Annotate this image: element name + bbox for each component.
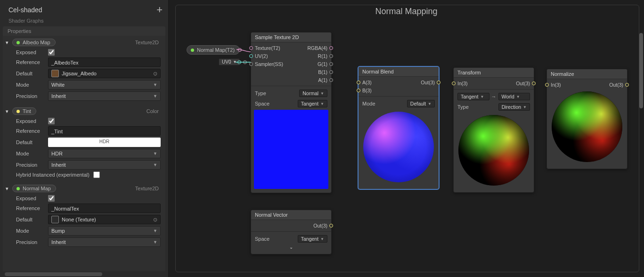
property-name: Normal Map [23, 186, 51, 191]
property-pill[interactable]: Albedo Map [12, 39, 56, 46]
default-texture-picker[interactable]: None (Texture) ⊙ [48, 215, 161, 224]
input-socket[interactable] [545, 83, 549, 87]
label-precision: Precision [16, 93, 44, 99]
chevron-down-icon[interactable]: ▾ [6, 108, 10, 114]
port-label: Out(3) [421, 80, 435, 85]
hdr-color-field[interactable]: HDR [48, 138, 161, 147]
type-select[interactable]: Normal▼ [299, 90, 327, 97]
label-mode: Mode [16, 82, 44, 88]
output-socket[interactable] [329, 70, 333, 74]
precision-select[interactable]: Inherit▼ [48, 160, 161, 170]
add-property-button[interactable]: + [156, 4, 163, 16]
output-socket[interactable] [625, 83, 629, 87]
arrow-right-icon: → [491, 94, 497, 99]
property-pill[interactable]: Normal Map [12, 185, 56, 192]
default-texture-picker[interactable]: Jigsaw_Albedo ⊙ [48, 69, 161, 78]
param-node-normal-map[interactable]: Normal Map(T2) [187, 45, 240, 55]
node-title[interactable]: Sample Texture 2D [251, 33, 331, 42]
mode-select[interactable]: Default▼ [407, 100, 435, 107]
label-reference: Reference [16, 128, 44, 134]
mode-select[interactable]: White▼ [48, 80, 161, 90]
node-preview-sphere [363, 112, 434, 182]
graph-canvas[interactable]: Normal Map(T2) UV0▼ Sample Texture 2D Te… [175, 5, 639, 272]
reference-input[interactable]: _NormalTex [48, 204, 161, 213]
exposed-checkbox[interactable] [48, 49, 55, 56]
mode-select[interactable]: Bump▼ [48, 226, 161, 236]
node-title[interactable]: Normal Vector [251, 210, 331, 220]
from-space-select[interactable]: Tangent▼ [457, 93, 489, 100]
output-socket[interactable] [237, 60, 241, 64]
space-select[interactable]: Tangent▼ [298, 235, 327, 243]
chevron-down-icon[interactable]: ▾ [6, 40, 10, 46]
precision-select[interactable]: Inherit▼ [48, 91, 161, 101]
property-type: Color [147, 108, 163, 114]
node-title[interactable]: Transform [454, 68, 534, 78]
label-reference: Reference [16, 59, 44, 65]
property-pill[interactable]: Tint [12, 107, 36, 115]
row-label: Space [255, 236, 269, 242]
node-title[interactable]: Normalize [547, 69, 627, 79]
properties-list[interactable]: ▾ Albedo Map Texture2D Exposed Reference… [3, 36, 165, 271]
exposed-checkbox[interactable] [48, 195, 55, 202]
node-normalize[interactable]: Normalize In(3) Out(3) [546, 69, 628, 169]
node-normal-vector[interactable]: Normal Vector Out(3) Space Tangent▼ ⌄ [251, 210, 332, 254]
hybrid-checkbox[interactable] [93, 171, 100, 178]
label-reference: Reference [16, 205, 44, 211]
output-socket[interactable] [329, 54, 333, 58]
chevron-down-icon[interactable]: ▾ [6, 186, 10, 192]
extra-socket[interactable] [243, 60, 247, 64]
port-label: B(1) [318, 69, 327, 75]
object-picker-icon[interactable]: ⊙ [153, 216, 157, 223]
precision-select[interactable]: Inherit▼ [48, 237, 161, 247]
property-header-row[interactable]: ▾ Albedo Map Texture2D [6, 37, 163, 48]
output-socket[interactable] [329, 62, 333, 66]
port-label: Out(3) [516, 81, 530, 86]
object-picker-icon[interactable]: ⊙ [153, 70, 157, 77]
property-group: ▾ Normal Map Texture2D Exposed Reference… [3, 182, 165, 251]
chevron-down-icon[interactable]: ⌄ [251, 244, 331, 251]
output-socket[interactable] [329, 78, 333, 82]
property-name: Tint [23, 108, 31, 114]
node-sample-texture-2d[interactable]: Sample Texture 2D Texture(T2) UV(2) Samp… [251, 32, 332, 193]
port-label: In(3) [551, 82, 561, 88]
node-transform[interactable]: Transform In(3) Out(3) Tangent▼ → World▼… [453, 67, 534, 193]
port-label: G(1) [318, 61, 327, 67]
port-label: In(3) [457, 81, 468, 86]
output-socket[interactable] [329, 46, 333, 50]
output-socket[interactable] [238, 48, 242, 52]
type-dot-icon [16, 110, 20, 113]
input-socket[interactable] [249, 54, 253, 58]
output-socket[interactable] [329, 224, 333, 228]
input-socket[interactable] [357, 89, 360, 92]
uv-channel-select[interactable]: UV0▼ [219, 58, 240, 65]
property-name: Albedo Map [23, 40, 50, 45]
type-select[interactable]: Direction▼ [498, 103, 530, 111]
input-socket[interactable] [249, 46, 253, 50]
property-header-row[interactable]: ▾ Tint Color [6, 106, 163, 117]
property-header-row[interactable]: ▾ Normal Map Texture2D [6, 183, 163, 194]
space-select[interactable]: Tangent▼ [298, 100, 327, 107]
texture-thumb-icon [51, 216, 59, 223]
mode-select[interactable]: HDR▼ [48, 149, 161, 158]
node-title[interactable]: Normal Blend [359, 67, 439, 77]
type-dot-icon [16, 187, 20, 190]
reference-input[interactable]: _AlbedoTex [48, 57, 161, 67]
property-group: ▾ Albedo Map Texture2D Exposed Reference… [3, 36, 165, 105]
input-socket[interactable] [452, 81, 456, 85]
output-socket[interactable] [532, 81, 536, 85]
exposed-checkbox[interactable] [48, 118, 55, 124]
label-precision: Precision [16, 162, 44, 168]
output-socket[interactable] [437, 81, 440, 84]
row-label: Mode [362, 101, 375, 106]
scrollbar-horizontal[interactable] [3, 271, 165, 277]
reference-input[interactable]: _Tint [48, 126, 161, 136]
port-label: Out(3) [313, 223, 327, 228]
input-socket[interactable] [357, 81, 360, 84]
input-socket[interactable] [249, 62, 253, 66]
port-label: A(1) [318, 77, 327, 83]
node-preview-sphere [458, 115, 529, 186]
node-normal-blend[interactable]: Normal Blend A(3) B(3) Out(3) Mode Defau… [358, 66, 439, 189]
to-space-select[interactable]: World▼ [498, 93, 530, 100]
canvas-title: Normal Mapping [375, 7, 437, 16]
port-label: UV(2) [255, 53, 268, 59]
